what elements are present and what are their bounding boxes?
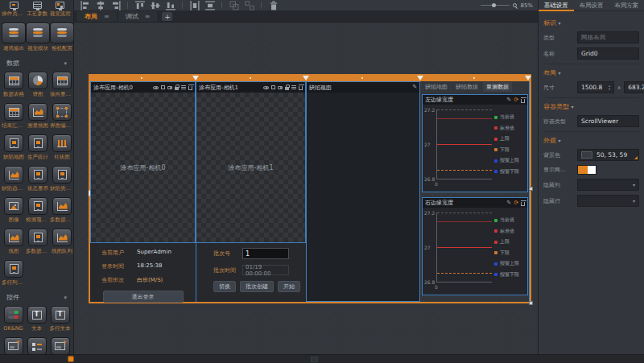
name-field[interactable]: Grid0	[577, 47, 639, 60]
palette-item-状态显示[interactable]: 状态显示	[26, 166, 50, 192]
palette-item-检测项目执...[interactable]: 检测项目执...	[26, 197, 50, 224]
palette-item-测量线图[interactable]: 测量线图	[26, 103, 50, 130]
palette-item-结果汇总...[interactable]: 结果汇总...	[2, 103, 26, 130]
palette-item-缺陷类别图[interactable]: 缺陷类别图	[50, 166, 74, 192]
hide-row-dropdown[interactable]: ▾	[577, 195, 639, 207]
grid-splitter-line[interactable]	[196, 81, 196, 302]
chevron-down-icon[interactable]: ▾	[572, 104, 574, 109]
palette-item-线图[interactable]: 线图	[2, 229, 26, 255]
zoom-slider[interactable]	[481, 5, 510, 6]
document-tab-调试[interactable]: 调试≡	[118, 11, 158, 22]
palette-item-纵向显示...[interactable]: 纵向显示...	[50, 72, 74, 98]
palette-item-选中按钮[interactable]: 选中按钮	[48, 337, 72, 354]
data-tab-缺陷数据[interactable]: 缺陷数据	[452, 82, 481, 92]
tab-menu-icon[interactable]: ≡	[104, 13, 109, 20]
module-item-相机配置[interactable]: 相机配置	[50, 23, 74, 52]
container-type-field[interactable]: ScrollViewer	[577, 115, 639, 127]
grid-color-swatch[interactable]	[577, 165, 597, 175]
camera-icon[interactable]	[167, 86, 172, 89]
prop-tab-布局方案[interactable]: 布局方案	[609, 0, 644, 11]
palette-item-缺陷地图[interactable]: 缺陷地图	[2, 134, 26, 161]
edit-icon[interactable]: ✎	[506, 200, 511, 206]
resize-handle-br[interactable]	[529, 301, 533, 305]
edit-icon[interactable]: ✎	[506, 97, 511, 103]
logout-button[interactable]: 退出登录	[103, 291, 184, 303]
resize-handle-r[interactable]	[529, 187, 533, 191]
eye-icon[interactable]	[153, 86, 159, 89]
section-header-控件[interactable]: 控件▾	[0, 288, 73, 304]
palette-item-多行文本[interactable]: 多行文本	[48, 306, 72, 332]
refresh-icon[interactable]: ⟳	[514, 200, 518, 206]
width-spinner[interactable]: 1500.8▴▾	[577, 81, 614, 93]
chart-panel-1[interactable]: 右边缘宽度✎⟳27.22726.80当前值标准值上限下限报警上限报警下限	[422, 197, 528, 295]
grid-column-header[interactable]	[90, 76, 530, 81]
palette-item-多行列表...[interactable]: 多行列表...	[2, 260, 26, 287]
align-center-horizontal-icon[interactable]	[96, 1, 105, 10]
zoom-slider-knob[interactable]	[492, 3, 496, 7]
list-icon[interactable]	[291, 85, 296, 89]
batch-button-批次创建[interactable]: 批次创建	[240, 281, 274, 292]
fit-view-icon[interactable]	[271, 85, 275, 89]
palette-item-多数据趋...[interactable]: 多数据趋...	[26, 229, 50, 255]
palette-item-柱状图[interactable]: 柱状图	[50, 134, 74, 161]
palette-item-饼图[interactable]: 饼图	[26, 72, 50, 98]
chevron-down-icon[interactable]: ▾	[559, 20, 561, 26]
chart-panel-0[interactable]: 左边缘宽度✎⟳27.22726.80当前值标准值上限下限报警上限报警下限	[422, 94, 528, 192]
defect-view-panel[interactable]: 缺陷视图 ✎	[306, 81, 420, 302]
group-icon[interactable]	[229, 1, 239, 10]
batch-time-value[interactable]: 01/19 00:00:00	[242, 265, 289, 275]
palette-item-生产统计[interactable]: 生产统计	[26, 134, 50, 161]
module-item-视觉模块[interactable]: 视觉模块	[26, 23, 50, 52]
palette-item-复选框[interactable]: 复选框	[25, 337, 48, 354]
height-spinner[interactable]: 683.2▴▾	[624, 81, 644, 93]
align-right-icon[interactable]	[111, 1, 121, 10]
palette-item-文本框[interactable]: 文本框	[2, 337, 25, 354]
distribute-vertical-icon[interactable]	[205, 1, 215, 10]
align-left-icon[interactable]	[80, 1, 90, 10]
camera-icon[interactable]	[278, 86, 283, 89]
prop-tab-布局设置[interactable]: 布局设置	[574, 0, 609, 11]
palette-item-数据表格[interactable]: 数据表格	[2, 72, 26, 98]
trash-icon[interactable]	[521, 202, 525, 206]
palette-item-文本[interactable]: 文本	[25, 306, 48, 332]
trash-icon[interactable]	[269, 1, 279, 10]
add-tab-button[interactable]: +	[162, 12, 172, 21]
align-middle-icon[interactable]	[151, 1, 160, 10]
quick-item-工艺参数[interactable]: 工艺参数	[26, 2, 49, 18]
edit-icon[interactable]: ✎	[412, 85, 417, 90]
palette-item-OK&NG[interactable]: OK&NG	[2, 306, 25, 332]
grid-splitter-line[interactable]	[529, 81, 530, 302]
bg-color-field[interactable]: 50, 53, 59	[577, 149, 639, 161]
quick-item-视觉流程[interactable]: 视觉流程	[49, 2, 72, 18]
data-tab-量测数据[interactable]: 量测数据	[483, 82, 512, 92]
palette-item-图像[interactable]: 图像	[2, 197, 26, 224]
data-tab-缺陷地图[interactable]: 缺陷地图	[422, 82, 451, 92]
panel-grip[interactable]	[311, 357, 318, 362]
batch-button-开始[interactable]: 开始	[278, 281, 300, 292]
camera1-panel[interactable]: 涂布应用-相机1 涂布应用-相机1	[196, 81, 306, 243]
quick-item-操作员面板[interactable]: 操作员面板	[2, 2, 26, 18]
palette-item-线图队列[interactable]: 线图队列	[50, 229, 74, 255]
design-canvas[interactable]: 涂布应用-相机0 涂布应用-相机0	[74, 23, 538, 354]
fit-view-icon[interactable]	[161, 85, 165, 89]
trash-icon[interactable]	[521, 99, 525, 103]
batch-button-切换[interactable]: 切换	[213, 281, 236, 292]
palette-item-界面编辑器[interactable]: 界面编辑器	[50, 103, 74, 130]
document-tab-布局[interactable]: 布局≡	[77, 11, 117, 22]
tab-menu-icon[interactable]: ≡	[145, 13, 151, 20]
spinner-arrows-icon[interactable]: ▴▾	[609, 85, 610, 90]
chevron-down-icon[interactable]: ▾	[559, 138, 561, 143]
palette-item-缺陷趋势图[interactable]: 缺陷趋势图	[2, 166, 26, 192]
eye-icon[interactable]	[263, 86, 269, 89]
prop-tab-基础设置[interactable]: 基础设置	[539, 0, 574, 11]
defect-view-area[interactable]	[307, 93, 419, 301]
trash-icon[interactable]	[299, 86, 303, 90]
notification-badge[interactable]	[68, 356, 74, 362]
module-item-通讯输出[interactable]: 通讯输出	[2, 23, 26, 52]
align-bottom-icon[interactable]	[166, 1, 175, 10]
lock-icon[interactable]	[175, 87, 179, 90]
distribute-horizontal-icon[interactable]	[190, 1, 200, 10]
lock-icon[interactable]	[285, 87, 289, 90]
align-top-icon[interactable]	[135, 1, 145, 10]
chevron-down-icon[interactable]: ▾	[559, 70, 561, 76]
